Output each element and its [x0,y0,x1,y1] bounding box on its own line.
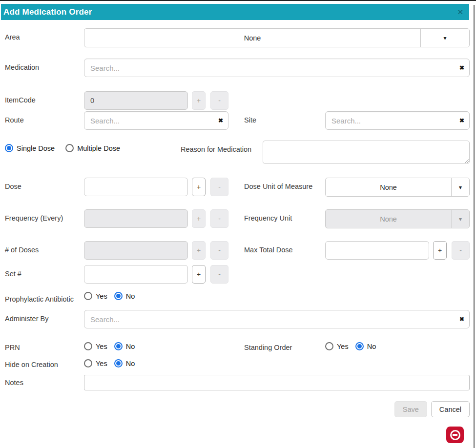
route-label: Route [5,111,84,125]
modal-right-border [474,5,475,448]
radio-unselected-icon[interactable] [84,342,92,350]
administer-by-label: Administer By [5,310,84,324]
frequency-unit-dropdown-button: ▾ [451,210,469,228]
prophylactic-no-label: No [126,292,135,300]
itemcode-increment-button: + [192,91,206,110]
add-medication-order-modal: Add Medication Order ✕ Area None ▾ Medic… [0,0,476,448]
blocked-indicator-icon[interactable] [446,427,464,443]
save-button: Save [394,401,427,417]
chevron-down-icon: ▾ [459,184,462,190]
prophylactic-no-radio[interactable]: No [114,292,135,300]
cancel-button[interactable]: Cancel [431,401,470,417]
area-dropdown-button[interactable]: ▾ [420,29,469,47]
frequency-label: Frequency (Every) [5,209,84,224]
close-icon[interactable]: ✕ [457,8,463,16]
medication-clear-icon[interactable]: ✖ [459,65,464,71]
hide-on-creation-no-radio[interactable]: No [114,359,135,367]
prn-yes-radio[interactable]: Yes [84,342,107,350]
site-label: Site [244,111,325,125]
itemcode-input [84,91,188,110]
radio-selected-icon[interactable] [355,342,364,350]
radio-unselected-icon[interactable] [325,342,333,350]
area-selected-value: None [84,29,420,47]
site-clear-icon[interactable]: ✖ [459,118,464,123]
single-dose-radio[interactable]: Single Dose [5,144,55,152]
administer-by-search-input[interactable] [84,310,470,328]
num-doses-increment-button: + [192,241,206,260]
route-search-input[interactable] [84,111,228,130]
frequency-decrement-button: - [210,209,228,228]
notes-label: Notes [5,375,84,388]
minus-circle-icon [450,430,460,440]
num-doses-decrement-button: - [210,241,228,260]
area-label: Area [5,28,84,42]
max-total-dose-decrement-button: - [452,241,470,260]
hide-on-creation-no-label: No [126,360,135,367]
hide-on-creation-yes-label: Yes [96,360,107,367]
prn-no-radio[interactable]: No [114,342,135,350]
site-search-input[interactable] [325,111,470,130]
dose-label: Dose [5,178,84,192]
radio-selected-icon[interactable] [114,342,123,350]
radio-unselected-icon[interactable] [65,144,74,152]
route-clear-icon[interactable]: ✖ [218,118,223,123]
standing-order-no-label: No [367,343,376,350]
area-select[interactable]: None ▾ [84,28,470,47]
dose-unit-label: Dose Unit of Measure [244,178,325,192]
prn-label: PRN [5,342,84,353]
medication-label: Medication [5,59,84,73]
standing-order-yes-label: Yes [337,343,349,350]
frequency-input [84,209,188,228]
single-dose-radio-label: Single Dose [17,144,55,152]
set-num-decrement-button: - [210,265,228,284]
set-num-label: Set # [5,265,84,279]
dose-input[interactable] [84,178,188,196]
frequency-unit-select: None ▾ [325,209,470,228]
notes-input[interactable] [84,375,470,390]
frequency-unit-label: Frequency Unit [244,209,325,224]
radio-unselected-icon[interactable] [84,292,92,300]
num-doses-label: # of Doses [5,241,84,255]
prophylactic-yes-radio[interactable]: Yes [84,292,107,300]
chevron-down-icon: ▾ [459,216,462,222]
itemcode-label: ItemCode [5,91,84,105]
dose-unit-select[interactable]: None ▾ [325,178,470,197]
chevron-down-icon: ▾ [443,35,446,41]
set-num-increment-button[interactable]: + [192,265,206,284]
prophylactic-yes-label: Yes [96,292,107,300]
radio-unselected-icon[interactable] [84,359,92,367]
modal-header: Add Medication Order ✕ [1,4,469,20]
standing-order-yes-radio[interactable]: Yes [325,342,349,350]
hide-on-creation-yes-radio[interactable]: Yes [84,359,107,367]
administer-by-clear-icon[interactable]: ✖ [459,316,464,322]
medication-search-input[interactable] [84,59,470,77]
dose-unit-selected-value: None [326,178,451,196]
prn-no-label: No [126,343,135,350]
prophylactic-label: Prophylactic Antibiotic [5,290,84,305]
reason-for-medication-textarea[interactable] [263,141,470,164]
multiple-dose-radio-label: Multiple Dose [77,144,120,152]
modal-title: Add Medication Order [3,7,92,17]
dose-unit-dropdown-button[interactable]: ▾ [451,178,469,196]
max-total-dose-label: Max Total Dose [244,241,325,255]
radio-selected-icon[interactable] [114,359,123,367]
radio-selected-icon[interactable] [114,292,123,300]
frequency-unit-selected-value: None [326,210,451,228]
radio-selected-icon[interactable] [5,144,13,152]
dose-decrement-button: - [210,178,228,196]
max-total-dose-input[interactable] [325,241,429,260]
reason-for-medication-label: Reason for Medication [176,141,263,155]
standing-order-label: Standing Order [244,342,325,353]
itemcode-decrement-button: - [210,91,228,110]
max-total-dose-increment-button[interactable]: + [433,241,447,260]
dose-increment-button[interactable]: + [192,178,206,196]
prn-yes-label: Yes [96,343,107,350]
set-num-input[interactable] [84,265,188,284]
standing-order-no-radio[interactable]: No [355,342,376,350]
multiple-dose-radio[interactable]: Multiple Dose [65,144,120,152]
frequency-increment-button: + [192,209,206,228]
hide-on-creation-label: Hide on Creation [5,359,84,370]
num-doses-input [84,241,188,260]
